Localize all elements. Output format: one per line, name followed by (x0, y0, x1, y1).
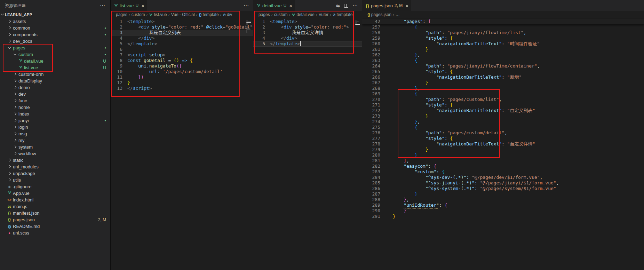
chevron-right-icon (13, 98, 17, 103)
code-editor-detail-vue[interactable]: 1<template>2 <div style="color: red;">3 … (253, 18, 362, 270)
tree-item-msg[interactable]: msg (0, 130, 110, 137)
tree-item-pages[interactable]: pages● (0, 45, 110, 51)
code-line: 286 "^sys-system-(.*)": "@/pages/system/… (362, 186, 644, 191)
minimap[interactable] (355, 20, 361, 270)
minimap[interactable] (246, 20, 252, 270)
more-actions-icon[interactable]: ⋯ (100, 2, 105, 9)
tab-list-vue[interactable]: list.vue U × (111, 0, 148, 11)
tree-item-dev[interactable]: dev (0, 91, 110, 97)
changes-dot: ● (104, 53, 110, 56)
line-number: 285 (362, 180, 393, 186)
json-icon: {} (7, 211, 12, 216)
tree-item--gitignore[interactable]: ◆.gitignore (0, 183, 110, 190)
tree-item-pages-json[interactable]: {}pages.json2, M (0, 216, 110, 223)
breadcrumb-item[interactable]: ⊘div (223, 12, 232, 17)
tree-item-uni-modules[interactable]: uni_modules (0, 164, 110, 170)
more-icon[interactable]: ⋯ (244, 2, 249, 9)
breadcrumb-item[interactable]: {}pages.json (367, 12, 391, 17)
tree-item-components[interactable]: components● (0, 31, 110, 38)
tree-item-func[interactable]: func (0, 97, 110, 104)
tree-item-assets[interactable]: assets (0, 18, 110, 25)
explorer-header: 资源管理器 ⋯ (0, 0, 110, 11)
vue-icon (7, 191, 12, 196)
close-icon[interactable]: × (289, 3, 292, 9)
tree-item-label: .gitignore (13, 184, 31, 189)
tree-item-main-js[interactable]: JSmain.js (0, 203, 110, 210)
breadcrumb-item[interactable]: ⊘template (333, 12, 352, 17)
breadcrumb-item[interactable]: list.vue (149, 12, 167, 17)
code-line: 265 "style": { (362, 69, 644, 74)
code-editor-pages-json[interactable]: 42 "pages": [257 {258 "path": "pages/jia… (362, 18, 644, 270)
tree-item-dev-docs[interactable]: dev_docs (0, 38, 110, 45)
git-status-badge: U (284, 3, 287, 8)
code-line: 290 } (362, 208, 644, 214)
tree-item-login[interactable]: login (0, 124, 110, 130)
breadcrumb-item[interactable]: … (396, 12, 400, 17)
breadcrumb-separator: › (196, 12, 198, 17)
line-number: 286 (362, 186, 393, 191)
code-editor-list-vue[interactable]: 1<template>2 <div style="color: red;" @c… (111, 18, 253, 270)
line-number: 281 (362, 158, 393, 164)
tree-item-demo[interactable]: demo (0, 84, 110, 91)
tree-item-utils[interactable]: utils (0, 177, 110, 183)
editor-group-2: detail.vue U × ⇆⋯ pages›custom›detail.vu… (253, 0, 362, 270)
breadcrumb-item[interactable]: detail.vue (292, 12, 314, 17)
code-line: 271 "style": { (362, 102, 644, 108)
breadcrumb-item[interactable]: {}template (199, 12, 219, 17)
line-number: 11 (111, 74, 127, 80)
tree-item-index-html[interactable]: <>index.html (0, 197, 110, 203)
compare-icon[interactable]: ⇆ (336, 3, 340, 8)
code-line: 261 } (362, 47, 644, 52)
breadcrumb-item[interactable]: pages (259, 12, 270, 17)
breadcrumb-separator: › (330, 12, 331, 17)
chevron-right-icon (13, 112, 17, 117)
line-number: 280 (362, 152, 393, 158)
tree-item-uni-scss[interactable]: ●uni.scss (0, 230, 110, 236)
breadcrumb-item[interactable]: custom (132, 12, 145, 17)
tab-detail-vue[interactable]: detail.vue U × (253, 0, 295, 11)
tree-item-home[interactable]: home (0, 104, 110, 111)
breadcrumb-item[interactable]: custom (274, 12, 288, 17)
tree-item-datadisplay[interactable]: dataDisplay (0, 78, 110, 84)
tree-item-label: login (18, 125, 28, 130)
tree-item-detail-vue[interactable]: detail.vueU (0, 58, 110, 64)
code-line: 281 ], (362, 158, 644, 164)
tree-item-workflow[interactable]: workflow (0, 150, 110, 157)
tree-item-system[interactable]: system (0, 144, 110, 150)
tree-item-customform[interactable]: customForm (0, 71, 110, 78)
code-line: 276 "path": "pages/custom/detail", (362, 130, 644, 136)
tree-item-list-vue[interactable]: list.vueU (0, 64, 110, 71)
tree-item-my[interactable]: my (0, 137, 110, 144)
tree-item-readme-md[interactable]: iREADME.md (0, 223, 110, 230)
tree-item-common[interactable]: common● (0, 25, 110, 31)
chevron-right-icon (7, 32, 12, 37)
editor-group-3: {} pages.json 2, M × {}pages.json›… 42 "… (362, 0, 644, 270)
tree-item-jianyi[interactable]: jianyi● (0, 117, 110, 124)
split-icon[interactable] (344, 4, 348, 8)
tree-item-index[interactable]: index (0, 111, 110, 117)
breadcrumb-item[interactable]: Vuter (319, 12, 328, 17)
project-root-row[interactable]: LEARUN_APP (0, 11, 110, 18)
breadcrumb-item[interactable]: Vue - Official (171, 12, 195, 17)
vue-icon (292, 13, 295, 17)
line-number: 290 (362, 208, 393, 214)
explorer-sidebar: 资源管理器 ⋯ LEARUN_APP assetscommon●componen… (0, 0, 110, 270)
tree-item-label: dev_docs (13, 39, 32, 44)
tab-pages-json[interactable]: {} pages.json 2, M × (362, 0, 412, 11)
code-line: 10 url: '/pages/custom/detail' (111, 69, 253, 74)
tree-item-unpackage[interactable]: unpackage (0, 170, 110, 177)
close-icon[interactable]: × (141, 3, 144, 9)
close-icon[interactable]: × (405, 3, 408, 9)
line-number: 271 (362, 102, 393, 108)
vue-icon (18, 65, 23, 70)
tree-item-manifest-json[interactable]: {}manifest.json (0, 210, 110, 216)
more-icon[interactable]: ⋯ (352, 2, 358, 9)
breadcrumb-item[interactable]: pages (116, 12, 127, 17)
tree-item-label: utils (13, 177, 21, 183)
tree-item-app-vue[interactable]: App.vue (0, 190, 110, 197)
line-number: 272 (362, 108, 393, 113)
tree-item-static[interactable]: static (0, 157, 110, 164)
tree-item-custom[interactable]: custom● (0, 51, 110, 58)
code-line: 262 }, (362, 52, 644, 58)
chevron-down-icon (0, 12, 5, 17)
